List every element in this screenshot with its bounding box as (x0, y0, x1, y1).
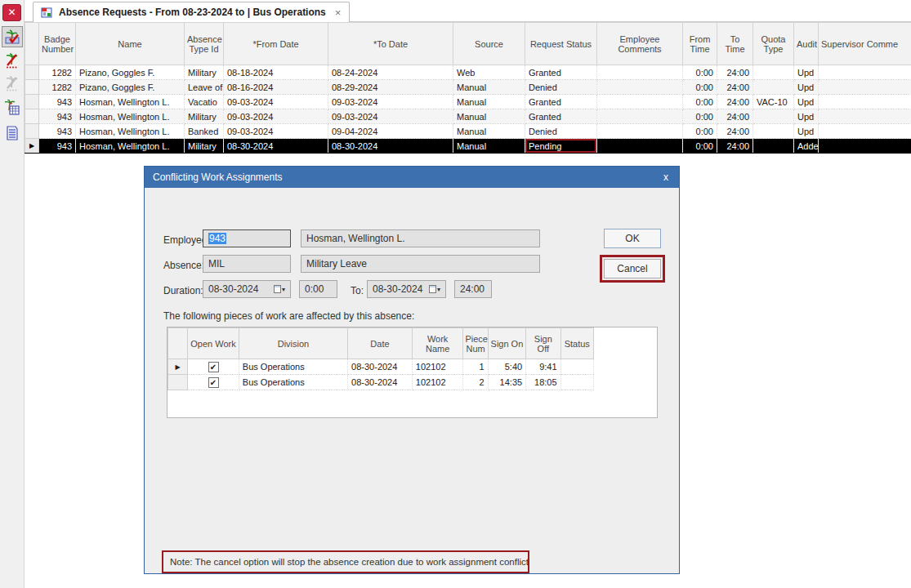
cell-open-work: ✔ (188, 375, 239, 390)
col-division[interactable]: Division (239, 328, 347, 359)
absence-request-row[interactable]: 943 Hosman, Wellington L. Military 09-03… (25, 109, 911, 124)
col-audit[interactable]: Audit (794, 23, 819, 65)
cell-supervisor-comments (819, 109, 911, 124)
col-source[interactable]: Source (453, 23, 525, 65)
cell-quota-type (753, 65, 794, 80)
absence-name-field[interactable]: Military Leave (301, 255, 540, 273)
calendar-dropdown-icon[interactable]: ▾ (274, 285, 285, 293)
cell-to-time: 24:00 (717, 65, 753, 80)
col-date[interactable]: Date (348, 328, 413, 359)
cancel-button[interactable]: Cancel (604, 259, 661, 278)
duration-to-time-field[interactable]: 24:00 (454, 280, 492, 298)
cell-employee-comments (597, 80, 683, 95)
row-selector[interactable] (25, 80, 39, 95)
col-sign-off[interactable]: Sign Off (526, 328, 560, 359)
absence-request-row[interactable]: 943 Hosman, Wellington L. Vacatio 09-03-… (25, 95, 911, 109)
work-assignment-row[interactable]: ✔ Bus Operations 08-30-2024 102102 2 14:… (168, 375, 594, 390)
cell-from-date: 09-03-2024 (224, 109, 328, 124)
row-selector[interactable] (25, 95, 39, 109)
col-work-name[interactable]: Work Name (412, 328, 463, 359)
tab-title: Absence Requests - From 08-23-2024 to | … (59, 7, 326, 18)
row-selector-header (25, 23, 39, 65)
col-open-work[interactable]: Open Work (188, 328, 239, 359)
cell-quota-type: VAC-10 (753, 95, 794, 109)
absence-request-row[interactable]: 1282 Pizano, Goggles F. Military 08-18-2… (25, 65, 911, 80)
palm-calendar-icon (4, 100, 20, 116)
col-from-date[interactable]: *From Date (224, 23, 328, 65)
cell-badge: 943 (39, 124, 76, 139)
absence-label: Absence: (163, 260, 204, 271)
absence-request-row[interactable]: 943 Hosman, Wellington L. Banked 09-03-2… (25, 124, 911, 139)
cell-supervisor-comments (819, 124, 911, 139)
col-to-date[interactable]: *To Date (328, 23, 453, 65)
cell-request-status: Denied (525, 124, 597, 139)
employee-id-field[interactable]: 943 (203, 229, 291, 247)
absence-requests-table: Badge Number Name Absence Type Id *From … (25, 22, 911, 154)
cell-piece-num: 1 (463, 359, 488, 375)
work-row-selector-header (168, 328, 188, 359)
main-table-header-row: Badge Number Name Absence Type Id *From … (25, 23, 911, 65)
cell-supervisor-comments (819, 95, 911, 109)
ok-button[interactable]: OK (604, 229, 661, 248)
duration-from-date-field[interactable]: 08-30-2024 ▾ (203, 280, 291, 298)
tab-absence-requests[interactable]: Absence Requests - From 08-23-2024 to | … (33, 2, 350, 22)
col-sign-on[interactable]: Sign On (488, 328, 525, 359)
col-status[interactable]: Status (560, 328, 593, 359)
deny-absence-button[interactable] (2, 51, 23, 72)
cell-division: Bus Operations (239, 375, 347, 390)
col-badge-number[interactable]: Badge Number (39, 23, 76, 65)
absence-code-field[interactable]: MIL (203, 255, 291, 273)
row-selector[interactable]: ▶ (25, 139, 39, 154)
row-selector[interactable] (25, 65, 39, 80)
employee-name-field[interactable]: Hosman, Wellington L. (301, 229, 540, 247)
absence-name-value: Military Leave (306, 258, 367, 270)
duration-from-date-value: 08-30-2024 (208, 283, 258, 295)
cell-quota-type (753, 80, 794, 95)
absence-request-row[interactable]: 1282 Pizano, Goggles F. Leave of 08-16-2… (25, 80, 911, 95)
absence-tab-icon (40, 6, 53, 19)
absence-calendar-button[interactable] (2, 97, 23, 118)
col-supervisor-comments[interactable]: Supervisor Comme (819, 23, 911, 65)
cell-supervisor-comments (819, 80, 911, 95)
duration-from-time-field[interactable]: 0:00 (299, 280, 337, 298)
cell-to-time: 24:00 (717, 95, 753, 109)
col-absence-type[interactable]: Absence Type Id (185, 23, 224, 65)
row-selector[interactable] (25, 109, 39, 124)
cell-source: Manual (453, 80, 525, 95)
calendar-dropdown-icon[interactable]: ▾ (429, 285, 440, 293)
row-selector[interactable] (25, 124, 39, 139)
grant-absence-button[interactable] (2, 26, 23, 47)
open-work-checkbox[interactable]: ✔ (208, 362, 219, 372)
cell-source: Manual (453, 139, 525, 154)
tab-strip: Absence Requests - From 08-23-2024 to | … (25, 0, 911, 22)
duration-to-date-field[interactable]: 08-30-2024 ▾ (367, 280, 446, 298)
close-window-button[interactable]: ✕ (2, 4, 21, 21)
work-assignment-row[interactable]: ▶ ✔ Bus Operations 08-30-2024 102102 1 5… (168, 359, 594, 375)
tab-close-icon[interactable]: × (332, 7, 342, 19)
cell-date: 08-30-2024 (348, 359, 413, 375)
cell-audit: Upd (794, 124, 819, 139)
work-intro-text: The following pieces of work are affecte… (163, 310, 414, 322)
absence-report-button[interactable] (2, 122, 23, 144)
cell-supervisor-comments (819, 139, 911, 154)
col-name[interactable]: Name (76, 23, 185, 65)
open-work-checkbox[interactable]: ✔ (208, 377, 219, 388)
col-employee-comments[interactable]: Employee Comments (597, 23, 683, 65)
col-from-time[interactable]: From Time (683, 23, 717, 65)
cell-badge: 1282 (39, 80, 76, 95)
absence-request-row[interactable]: ▶ 943 Hosman, Wellington L. Military 08-… (25, 139, 911, 154)
col-to-time[interactable]: To Time (717, 23, 753, 65)
work-row-selector[interactable]: ▶ (168, 359, 188, 375)
cell-sign-on: 5:40 (488, 359, 525, 375)
work-row-selector[interactable] (168, 375, 188, 390)
dialog-titlebar[interactable]: Conflicting Work Assignments x (145, 167, 679, 188)
dialog-close-icon[interactable]: x (661, 172, 671, 183)
work-table-container: Open Work Division Date Work Name Piece … (167, 327, 658, 418)
col-piece-num[interactable]: Piece Num (463, 328, 488, 359)
cell-absence-type: Military (185, 139, 224, 154)
col-request-status[interactable]: Request Status (525, 23, 597, 65)
cell-from-time: 0:00 (683, 124, 717, 139)
cell-audit: Upd (794, 95, 819, 109)
absence-code-value: MIL (208, 258, 225, 270)
col-quota-type[interactable]: Quota Type (753, 23, 794, 65)
